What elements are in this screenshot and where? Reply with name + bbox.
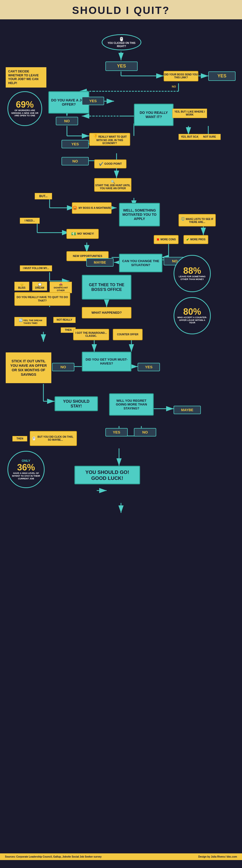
no3-label: NO xyxy=(72,159,78,163)
page-wrapper: SHOULD I QUIT? xyxy=(0,0,242,868)
did-boss-box: DID YOUR BOSS SEND YOU THIS LINK? xyxy=(164,71,199,81)
did-get-must-box: DID YOU GET YOUR MUST-HAVES? xyxy=(82,352,131,372)
but-clicked-label: BUT YOU DID CLICK ON THIS, SO MAYBE... xyxy=(36,435,75,441)
runaround-label: I GOT THE RUNAROUND... CLASSIC. xyxy=(73,332,109,338)
dream-icon: 💭 xyxy=(38,283,42,286)
really-quit-label: REALLY WANT TO QUIT WITH NO JOB, IN THIS… xyxy=(96,135,127,144)
yes4-box: YES xyxy=(61,140,89,148)
get-thee-label: GET THEE TO THE BOSS'S OFFICE xyxy=(85,282,128,292)
yes-but-like-box: YES, BUT I LIKE WHERE I WORK xyxy=(172,108,207,118)
no-regret-box: NO xyxy=(134,428,156,436)
maybe2-box: MAYBE xyxy=(174,406,201,414)
intro-text: CAN'T DECIDE WHETHER TO LEAVE YOUR JOB? … xyxy=(8,70,39,85)
significant-icon: 💑 xyxy=(59,283,63,286)
can-change-label: CAN YOU CHANGE THE SITUATION? xyxy=(122,259,160,267)
yes-regret-box: YES xyxy=(105,428,128,436)
bliss-label: BLISS xyxy=(18,286,25,289)
but-label: BUT... xyxy=(39,194,48,198)
yes3-label: YES xyxy=(89,99,97,103)
good-point-box: ✔️ GOOD POINT xyxy=(94,159,126,168)
get-thee-box: GET THEE TO THE BOSS'S OFFICE xyxy=(82,275,131,300)
did-boss-label: DID YOUR BOSS SEND YOU THIS LINK? xyxy=(164,73,198,79)
what-happened-label: WHAT HAPPENED? xyxy=(91,311,122,315)
no-didboss-label: NO xyxy=(171,85,177,88)
maybe2-label: MAYBE xyxy=(181,408,193,412)
runaround-box: I GOT THE RUNAROUND... CLASSIC. xyxy=(73,329,109,340)
stat1-circle: 69% OF WORKERS ARE SEEKING A NEW JOB OR … xyxy=(7,91,42,126)
not-really-label: NOT REALLY xyxy=(57,318,72,321)
boss-nightmare-label: MY BOSS IS A NIGHTMARE xyxy=(79,207,111,210)
mo-money-box: 💵 MO' MONEY! xyxy=(66,229,99,239)
yes-must-label: YES xyxy=(145,365,152,369)
stick-it-out-label: STICK IT OUT UNTIL YOU HAVE AN OFFER OR … xyxy=(8,359,49,377)
bliss-box: 😌 BLISS xyxy=(14,282,29,291)
mouse-icon2: 🖱️ xyxy=(32,436,36,441)
what-happened-box: WHAT HAPPENED? xyxy=(82,307,131,318)
no3-box: NO xyxy=(61,157,89,165)
good-point-icon: ✔️ xyxy=(99,162,103,166)
nightmare-icon: 😡 xyxy=(72,206,78,210)
stat4-circle: ONLY 36% HAVE A HIGH LEVEL OF INTENT TO … xyxy=(7,451,44,488)
dream-label: DREAM xyxy=(35,286,44,289)
really-want-box: DO YOU REALLY WANT IT? xyxy=(134,104,174,126)
not-sure-label: NOT SURE xyxy=(203,135,216,138)
yes1-label: YES xyxy=(117,63,126,69)
cursor-icon: 🖱️ xyxy=(119,37,124,41)
mo-money-label: MO' MONEY! xyxy=(78,232,94,235)
significant-box: 💑 SIGNIFICANT OTHER xyxy=(50,282,72,293)
but-clicked-box: 🖱️ BUT YOU DID CLICK ON THIS, SO MAYBE..… xyxy=(30,431,77,446)
page-title: SHOULD I QUIT? xyxy=(0,0,242,19)
stat1-label: OF WORKERS ARE SEEKING A NEW JOB OR ARE … xyxy=(8,109,41,117)
start-job-hunt-label: START THE JOB HUNT UNTIL YOU HAVE AN OFF… xyxy=(95,184,130,190)
sources-bar: Sources: Corporate Leadership Council, G… xyxy=(0,854,242,860)
no-must-label: NO xyxy=(61,365,66,369)
you-should-go-label: YOU SHOULD GO! GOOD LUCK! xyxy=(78,469,137,481)
stat2-circle: 88% LEAVE FOR SOMETHING OTHER THAN MONEY xyxy=(174,255,211,292)
then2-label: THEN xyxy=(17,437,23,440)
yes-dream-label: YES, THE DREAM TAKES TIME! xyxy=(23,319,42,324)
intro-box: CAN'T DECIDE WHETHER TO LEAVE YOUR JOB? … xyxy=(5,66,47,88)
x-icon: ✖ xyxy=(156,238,159,242)
do-really-have-label: DO YOU REALLY HAVE TO QUIT TO DO THAT? xyxy=(15,296,70,302)
start-job-hunt-box: 🔍 START THE JOB HUNT UNTIL YOU HAVE AN O… xyxy=(94,178,131,192)
start-label: YOU CLICKED ON THIS RIGHT? xyxy=(108,42,135,48)
more-cons-box: ✖ MORE CONS xyxy=(154,235,179,244)
not-sure-box: NOT SURE xyxy=(199,134,221,140)
you-should-go-box: YOU SHOULD GO! GOOD LUCK! xyxy=(74,466,140,484)
counter-offer-label: COUNTER OFFER xyxy=(117,333,138,336)
boss-nightmare-box: 😡 MY BOSS IS A NIGHTMARE xyxy=(72,203,112,214)
yes2-label: YES xyxy=(217,73,226,79)
more-pros-box: ✔ MORE PROS xyxy=(183,235,208,244)
new-opps-label: NEW OPPORTUNITIES xyxy=(73,254,102,258)
then-label: THEN xyxy=(65,329,71,331)
stat3-percent: 80% xyxy=(183,307,201,316)
stat2-label: LEAVE FOR SOMETHING OTHER THAN MONEY xyxy=(174,275,210,281)
stick-it-out-box: STICK IT OUT UNTIL YOU HAVE AN OFFER OR … xyxy=(5,352,52,384)
yes4-label: YES xyxy=(71,142,79,146)
really-quit-icon: 👎 xyxy=(93,134,98,138)
well-something-box: WELL, SOMETHING MOTIVATED YOU TO APPLY xyxy=(119,203,160,226)
yes-dream-box: 🔄 YES, THE DREAM TAKES TIME! xyxy=(14,317,47,326)
stat1-percent: 69% xyxy=(16,100,34,109)
stat4-percent: 36% xyxy=(17,463,35,472)
design-credit: Design by Julia Rivera / bbc.com xyxy=(199,855,237,858)
stat3-label: WHO ACCEPT A COUNTER-OFFER LEAVE WITHIN … xyxy=(174,316,210,324)
then2-box: THEN xyxy=(12,436,27,441)
you-should-stay-label: YOU SHOULD STAY! xyxy=(57,399,95,408)
more-pros-label: MORE PROS xyxy=(190,238,205,241)
sources-text: Sources: Corporate Leadership Council, G… xyxy=(5,855,102,858)
yes-but-like-label: YES, BUT I LIKE WHERE I WORK xyxy=(175,111,205,116)
dream-box: 💭 DREAM xyxy=(32,282,47,291)
maybe-box: MAYBE xyxy=(86,258,114,267)
stat3-circle: 80% WHO ACCEPT A COUNTER-OFFER LEAVE WIT… xyxy=(174,297,211,334)
yes-regret-label: YES xyxy=(113,430,120,434)
reload-icon: 🔄 xyxy=(19,318,23,322)
i-must-follow-label: I MUST FOLLOW MY... xyxy=(23,267,49,270)
did-get-must-label: DID YOU GET YOUR MUST-HAVES? xyxy=(85,358,129,365)
counter-offer-box: COUNTER OFFER xyxy=(113,329,143,340)
i-need-label: I NEED... xyxy=(25,219,35,222)
yes2-box: YES xyxy=(208,71,236,81)
not-really-box: NOT REALLY xyxy=(53,317,75,323)
no-regret-label: NO xyxy=(142,430,148,434)
significant-label: SIGNIFICANT OTHER xyxy=(54,286,68,292)
